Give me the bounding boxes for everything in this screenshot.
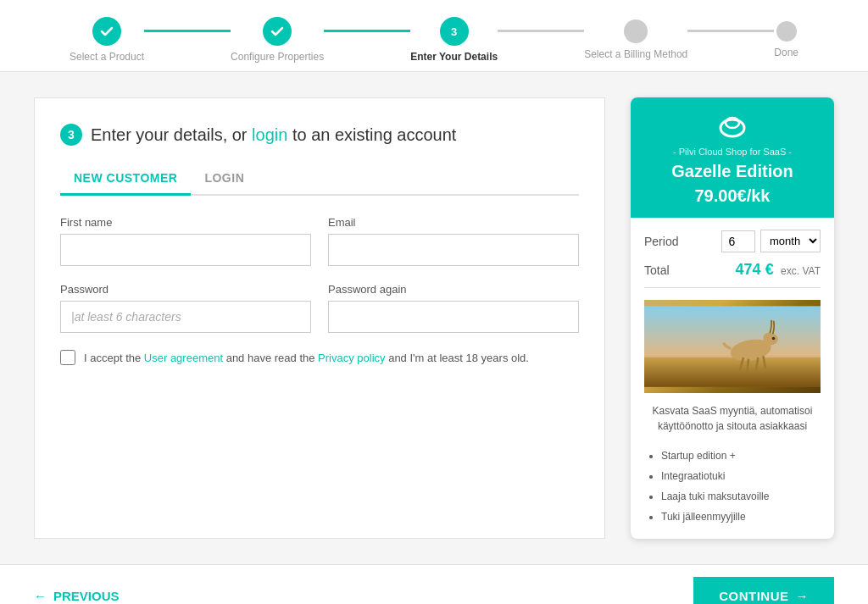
- feature-1: Startup edition +: [661, 446, 821, 466]
- login-link[interactable]: login: [252, 125, 287, 144]
- product-description: Kasvata SaaS myyntiä, automatisoi käyttö…: [644, 403, 821, 434]
- period-label: Period: [644, 235, 678, 248]
- privacy-policy-link[interactable]: Privacy policy: [318, 352, 385, 364]
- stepper-bar: Select a Product Configure Properties 3 …: [0, 0, 868, 72]
- step-2-circle: [263, 17, 292, 46]
- feature-3: Laaja tuki maksutavoille: [661, 486, 821, 507]
- password-label: Password: [60, 283, 311, 296]
- connector-3-4: [498, 30, 584, 32]
- svg-line-6: [765, 341, 771, 344]
- step-5-label: Done: [774, 47, 798, 58]
- step-2: Configure Properties: [231, 17, 324, 63]
- product-icon: [644, 113, 821, 143]
- agreement-text: I accept the User agreement and have rea…: [84, 352, 529, 364]
- page-heading: 3 Enter your details, or login to an exi…: [60, 124, 579, 146]
- product-name: Gazelle Edition: [644, 162, 821, 181]
- connector-1-2: [144, 30, 231, 32]
- tab-new-customer[interactable]: NEW CUSTOMER: [60, 163, 191, 196]
- form-row-2: Password Password again: [60, 283, 579, 333]
- first-name-label: First name: [60, 216, 311, 229]
- right-panel: - Pilvi Cloud Shop for SaaS - Gazelle Ed…: [631, 97, 834, 539]
- email-input[interactable]: [328, 234, 579, 266]
- feature-4: Tuki jälleenmyyjille: [661, 507, 821, 527]
- footer-bar: PREVIOUS CONTINUE: [0, 564, 868, 604]
- product-body: Period month year Total 474 € exc. VAT: [631, 218, 834, 539]
- heading-prefix: Enter your details, or: [91, 125, 252, 144]
- svg-point-11: [772, 337, 775, 340]
- prev-label: PREVIOUS: [53, 589, 120, 603]
- password-again-input[interactable]: [328, 301, 579, 333]
- total-value: 474 €: [736, 261, 774, 278]
- agreement-suffix: and I'm at least 18 years old.: [386, 352, 529, 364]
- feature-2: Integraatiotuki: [661, 466, 821, 486]
- step-3-circle: 3: [440, 17, 469, 46]
- password-input[interactable]: [60, 301, 311, 333]
- continue-button[interactable]: CONTINUE: [693, 577, 834, 604]
- continue-label: CONTINUE: [719, 589, 788, 603]
- first-name-group: First name: [60, 216, 311, 266]
- first-name-input[interactable]: [60, 234, 311, 266]
- step-1-label: Select a Product: [70, 51, 144, 63]
- arrow-left-icon: [34, 589, 47, 603]
- total-excl: exc. VAT: [781, 265, 821, 277]
- form-row-1: First name Email: [60, 216, 579, 266]
- password-again-group: Password again: [328, 283, 579, 333]
- tabs-container: NEW CUSTOMER LOGIN: [60, 163, 579, 196]
- password-group: Password: [60, 283, 311, 333]
- product-image: [644, 300, 821, 393]
- total-row: Total 474 € exc. VAT: [644, 261, 821, 288]
- step-3: 3 Enter Your Details: [410, 17, 498, 63]
- email-label: Email: [328, 216, 579, 229]
- product-provider: - Pilvi Cloud Shop for SaaS -: [644, 147, 821, 157]
- step-5: Done: [774, 21, 798, 58]
- product-header: - Pilvi Cloud Shop for SaaS - Gazelle Ed…: [631, 97, 834, 218]
- main-content: 3 Enter your details, or login to an exi…: [0, 72, 868, 564]
- step-1-circle: [92, 17, 121, 46]
- agreement-prefix: I accept the: [84, 352, 144, 364]
- svg-line-8: [747, 359, 748, 373]
- total-label: Total: [644, 263, 670, 277]
- connector-4-5: [687, 30, 774, 32]
- step-4-label: Select a Billing Method: [584, 48, 687, 60]
- previous-button[interactable]: PREVIOUS: [34, 589, 120, 603]
- step-5-circle: [776, 21, 797, 42]
- left-panel: 3 Enter your details, or login to an exi…: [34, 97, 605, 539]
- heading-text: Enter your details, or login to an exist…: [91, 125, 456, 145]
- step-4-circle: [624, 19, 648, 43]
- step-2-label: Configure Properties: [231, 51, 324, 63]
- tab-login[interactable]: LOGIN: [191, 163, 258, 196]
- product-features-list: Startup edition + Integraatiotuki Laaja …: [644, 446, 821, 527]
- product-price: 79.00€/kk: [644, 186, 821, 206]
- period-unit-select[interactable]: month year: [760, 230, 821, 252]
- agreement-middle: and have read the: [223, 352, 318, 364]
- email-group: Email: [328, 216, 579, 266]
- step-4: Select a Billing Method: [584, 19, 687, 60]
- period-row: Period month year: [644, 230, 821, 252]
- user-agreement-link[interactable]: User agreement: [144, 352, 223, 364]
- step-1: Select a Product: [70, 17, 144, 63]
- agreement-checkbox[interactable]: [60, 350, 75, 365]
- heading-suffix: to an existing account: [287, 125, 456, 144]
- connector-2-3: [324, 30, 410, 32]
- product-card: - Pilvi Cloud Shop for SaaS - Gazelle Ed…: [631, 97, 834, 539]
- svg-rect-3: [644, 357, 821, 387]
- total-value-wrapper: 474 € exc. VAT: [736, 261, 821, 279]
- arrow-right-icon: [796, 589, 810, 603]
- period-controls: month year: [721, 230, 821, 252]
- period-input[interactable]: [721, 230, 755, 252]
- password-again-label: Password again: [328, 283, 579, 296]
- agreement-row: I accept the User agreement and have rea…: [60, 350, 579, 365]
- step-3-label: Enter Your Details: [410, 51, 498, 63]
- step-badge: 3: [60, 124, 82, 146]
